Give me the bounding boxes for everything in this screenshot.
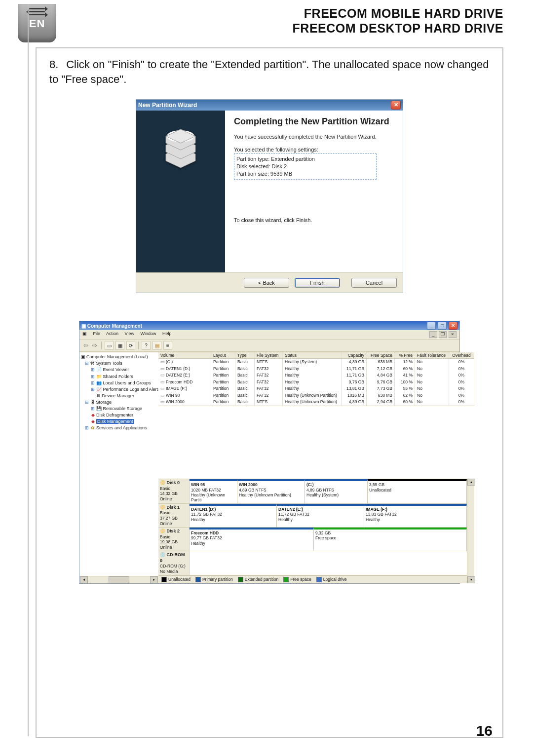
wizard-settings-box: Partition type: Extended partition Disk … xyxy=(234,153,377,180)
wizard-setting-size: Partition size: 9539 MB xyxy=(236,170,374,178)
header-line-1: FREECOM MOBILE HARD DRIVE xyxy=(293,6,503,21)
nav-forward-icon[interactable]: ⇨ xyxy=(92,342,97,349)
new-partition-wizard-window: New Partition Wizard ✕ Complet xyxy=(136,99,403,293)
disk-0-row[interactable]: 📀 Disk 0 Basic 14,32 GB Online WIN 98102… xyxy=(158,479,467,504)
cdrom-row[interactable]: 💿 CD-ROM 0 CD-ROM (G:) No Media xyxy=(158,551,467,575)
scroll-left-icon[interactable]: ◂ xyxy=(80,576,88,583)
cm-menubar: ▣ File Action View Window Help _ ❐ × xyxy=(79,330,459,340)
header-line-2: FREECOM DESKTOP HARD DRIVE xyxy=(293,21,503,36)
col-free-space[interactable]: Free Space xyxy=(367,352,395,358)
child-window-buttons: _ ❐ × xyxy=(429,331,457,338)
close-icon[interactable]: ✕ xyxy=(449,322,457,330)
wizard-completed-text: You have successfully completed the New … xyxy=(234,134,394,140)
scroll-up-icon[interactable]: ▴ xyxy=(467,479,475,486)
tree-storage[interactable]: Storage xyxy=(96,400,112,405)
volume-table-header[interactable]: Volume Layout Type File System Status Ca… xyxy=(158,352,474,359)
maximize-icon[interactable]: □ xyxy=(438,322,447,330)
child-minimize-icon[interactable]: _ xyxy=(429,331,437,338)
cm-toolbar: ⇦ ⇨ ▭ ▦ ⟳ ? ▤ ≡ xyxy=(79,340,459,352)
tree-perf[interactable]: Performance Logs and Alerts xyxy=(103,387,160,392)
child-restore-icon[interactable]: ❐ xyxy=(439,331,447,338)
child-close-icon[interactable]: × xyxy=(449,331,457,338)
volume-table: Volume Layout Type File System Status Ca… xyxy=(158,352,474,406)
col-layout[interactable]: Layout xyxy=(211,352,235,358)
close-icon[interactable]: ✕ xyxy=(391,101,401,110)
tree-services[interactable]: Services and Applications xyxy=(96,425,147,430)
disk-legend: Unallocated Primary partition Extended p… xyxy=(158,575,467,583)
tree-shared-folders[interactable]: Shared Folders xyxy=(103,374,134,379)
menu-view[interactable]: View xyxy=(125,331,134,336)
tree-disk-management[interactable]: Disk Management xyxy=(96,419,134,424)
window-buttons: _ □ ✕ xyxy=(426,322,457,330)
tree-hscrollbar[interactable]: ◂ ▸ xyxy=(79,576,158,583)
computer-management-window: ▣ Computer Management _ □ ✕ ▣ File Actio… xyxy=(79,321,460,584)
menu-file[interactable]: File xyxy=(93,331,101,336)
badge-icon xyxy=(29,8,45,15)
col-fault-tolerance[interactable]: Fault Tolerance xyxy=(415,352,449,358)
col-type[interactable]: Type xyxy=(235,352,255,358)
wizard-sidebar-image xyxy=(136,111,225,272)
disk-stack-icon xyxy=(161,124,200,169)
nav-back-icon[interactable]: ⇦ xyxy=(83,342,88,349)
tree-root[interactable]: Computer Management (Local) xyxy=(86,354,148,359)
col-volume[interactable]: Volume xyxy=(158,352,211,358)
cdrom-info: 💿 CD-ROM 0 CD-ROM (G:) No Media xyxy=(158,551,190,575)
view-icon[interactable]: ▤ xyxy=(152,341,161,350)
help-icon[interactable]: ? xyxy=(142,341,151,350)
minimize-icon[interactable]: _ xyxy=(427,322,436,330)
col-status[interactable]: Status xyxy=(283,352,342,358)
wizard-setting-type: Partition type: Extended partition xyxy=(236,155,374,163)
col-filesystem[interactable]: File System xyxy=(255,352,283,358)
disk-2-row[interactable]: 📀 Disk 2 Basic 19,08 GB Online Freecom H… xyxy=(158,528,467,551)
disk-vscrollbar[interactable]: ▴ ▾ xyxy=(467,479,474,583)
menu-help[interactable]: Help xyxy=(162,331,172,336)
col-capacity[interactable]: Capacity xyxy=(342,352,367,358)
table-row[interactable]: ▭WIN 2000PartitionBasicNTFSHealthy (Unkn… xyxy=(158,399,474,405)
table-row[interactable]: ▭IMAGE (F:)PartitionBasicFAT32Healthy13,… xyxy=(158,385,474,392)
cancel-button[interactable]: Cancel xyxy=(351,278,397,288)
col-pct-free[interactable]: % Free xyxy=(395,352,415,358)
language-badge: EN xyxy=(18,4,56,42)
wizard-title-text: New Partition Wizard xyxy=(138,102,197,109)
disk-layout-panel: 📀 Disk 0 Basic 14,32 GB Online WIN 98102… xyxy=(158,479,467,583)
disk-1-info: 📀 Disk 1 Basic 37,27 GB Online xyxy=(158,504,190,527)
table-row[interactable]: ▭(C:)PartitionBasicNTFSHealthy (System)4… xyxy=(158,359,474,365)
scroll-right-icon[interactable]: ▸ xyxy=(150,576,158,583)
properties-icon[interactable]: ▦ xyxy=(115,341,124,350)
cm-title: Computer Management xyxy=(87,323,142,329)
finish-button[interactable]: Finish xyxy=(295,278,340,288)
disk-1-row[interactable]: 📀 Disk 1 Basic 37,27 GB Online DATEN1 (D… xyxy=(158,504,467,528)
disk-0-info: 📀 Disk 0 Basic 14,32 GB Online xyxy=(158,479,190,503)
tree-removable[interactable]: Removable Storage xyxy=(103,406,143,411)
back-button[interactable]: < Back xyxy=(244,278,289,288)
table-row[interactable]: ▭Freecom HDDPartitionBasicFAT32Healthy9,… xyxy=(158,379,474,385)
tree-defrag[interactable]: Disk Defragmenter xyxy=(96,413,133,417)
disk-2-info: 📀 Disk 2 Basic 19,08 GB Online xyxy=(158,528,190,551)
wizard-button-row: < Back Finish Cancel xyxy=(136,272,403,293)
cm-titlebar: ▣ Computer Management _ □ ✕ xyxy=(79,321,459,330)
table-row[interactable]: ▭WIN 98PartitionBasicFAT32Healthy (Unkno… xyxy=(158,392,474,399)
menu-action[interactable]: Action xyxy=(106,331,118,336)
scroll-thumb[interactable] xyxy=(109,576,129,583)
step-paragraph: 8. Click on "Finish" to create the "Exte… xyxy=(49,57,490,86)
tree-system-tools[interactable]: System Tools xyxy=(96,361,122,366)
badge-language: EN xyxy=(29,17,45,30)
tree-local-users[interactable]: Local Users and Groups xyxy=(103,380,151,385)
step-body: Click on "Finish" to create the "Extende… xyxy=(49,58,489,85)
menu-window[interactable]: Window xyxy=(140,331,156,336)
col-overhead[interactable]: Overhead xyxy=(449,352,474,358)
table-row[interactable]: ▭DATEN2 (E:)PartitionBasicFAT32Healthy11… xyxy=(158,372,474,378)
scroll-down-icon[interactable]: ▾ xyxy=(467,576,475,583)
document-header: FREECOM MOBILE HARD DRIVE FREECOM DESKTO… xyxy=(293,6,503,36)
refresh-icon[interactable]: ⟳ xyxy=(126,341,135,350)
tree-event-viewer[interactable]: Event Viewer xyxy=(103,367,129,372)
table-row[interactable]: ▭DATEN1 (D:)PartitionBasicFAT32Healthy11… xyxy=(158,366,474,372)
list-icon[interactable]: ≡ xyxy=(163,341,172,350)
navigation-tree[interactable]: ▣Computer Management (Local) ⊟🛠 System T… xyxy=(79,352,161,576)
page-frame: 8. Click on "Finish" to create the "Exte… xyxy=(36,47,503,738)
wizard-titlebar: New Partition Wizard ✕ xyxy=(136,100,403,111)
wizard-setting-disk: Disk selected: Disk 2 xyxy=(236,163,374,170)
up-icon[interactable]: ▭ xyxy=(105,341,114,350)
page-number: 16 xyxy=(476,722,493,739)
tree-device-manager[interactable]: Device Manager xyxy=(102,393,135,398)
